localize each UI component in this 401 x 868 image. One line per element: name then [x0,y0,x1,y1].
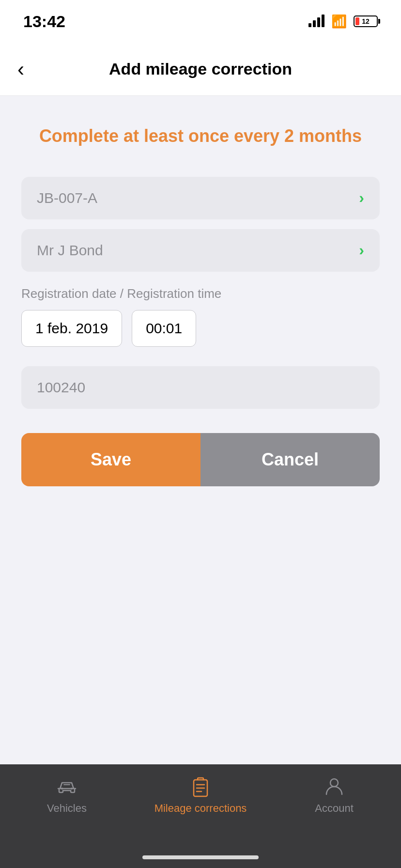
status-icons: 📶 12 [308,14,378,29]
home-bar [142,855,259,859]
date-label: Registration date / Registration time [21,286,380,301]
car-icon [55,774,78,797]
tab-mileage-label: Mileage corrections [154,802,247,815]
tab-vehicles-label: Vehicles [47,802,87,815]
cancel-label: Cancel [262,450,319,470]
driver-chevron-icon: › [359,241,364,259]
back-button[interactable]: ‹ [17,59,24,79]
wifi-icon: 📶 [331,14,347,29]
home-indicator [0,847,401,868]
nav-header: ‹ Add mileage correction [0,43,401,96]
battery-icon: 12 [354,16,378,27]
tab-bar: Vehicles Mileage corrections Account [0,764,401,847]
reminder-text: Complete at least once every 2 months [21,125,380,148]
mileage-input[interactable]: 100240 [21,366,380,409]
vehicle-chevron-icon: › [359,189,364,207]
mileage-value: 100240 [37,379,85,396]
clipboard-icon [189,774,212,797]
driver-selector[interactable]: Mr J Bond › [21,229,380,272]
time-input[interactable]: 00:01 [132,310,196,347]
svg-point-3 [330,779,338,787]
cancel-button[interactable]: Cancel [200,433,380,486]
action-buttons: Save Cancel [21,433,380,486]
tab-account[interactable]: Account [267,774,401,815]
svg-point-1 [71,788,73,790]
page-title: Add mileage correction [109,60,292,78]
person-icon [323,774,346,797]
main-content: Complete at least once every 2 months JB… [0,96,401,764]
vehicle-selector[interactable]: JB-007-A › [21,177,380,219]
tab-vehicles[interactable]: Vehicles [0,774,134,815]
save-label: Save [91,450,131,470]
status-time: 13:42 [23,12,65,31]
svg-point-0 [61,788,63,790]
vehicle-field-value: JB-007-A [37,190,97,206]
form-section: JB-007-A › Mr J Bond › Registration date… [21,177,380,486]
signal-icon [308,16,324,27]
date-time-section: Registration date / Registration time 1 … [21,286,380,347]
tab-account-label: Account [315,802,354,815]
date-time-row: 1 feb. 2019 00:01 [21,310,380,347]
date-input[interactable]: 1 feb. 2019 [21,310,122,347]
driver-field-value: Mr J Bond [37,242,103,259]
save-button[interactable]: Save [21,433,200,486]
status-bar: 13:42 📶 12 [0,0,401,43]
tab-mileage-corrections[interactable]: Mileage corrections [134,774,267,815]
